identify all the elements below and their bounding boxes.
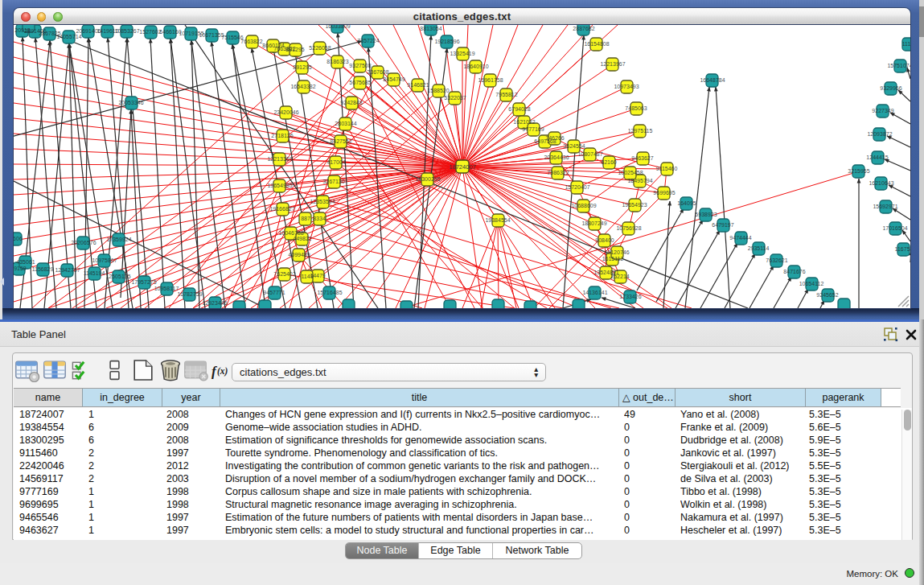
svg-text:16033809: 16033809 <box>325 25 350 29</box>
svg-text:1621022: 1621022 <box>513 119 535 125</box>
svg-text:10756928: 10756928 <box>616 225 641 231</box>
svg-text:746266: 746266 <box>545 135 564 141</box>
svg-text:1588520: 1588520 <box>427 88 449 93</box>
svg-text:908400: 908400 <box>595 237 614 243</box>
svg-text:9474444: 9474444 <box>729 235 751 241</box>
svg-text:12975115: 12975115 <box>628 128 653 134</box>
svg-text:2718126: 2718126 <box>271 133 293 138</box>
svg-text:5226058: 5226058 <box>309 45 331 51</box>
svg-text:16782759: 16782759 <box>177 291 202 297</box>
svg-text:8660124: 8660124 <box>262 43 284 48</box>
svg-text:10853267: 10853267 <box>114 28 139 34</box>
svg-text:891295: 891295 <box>293 64 311 70</box>
svg-text:19166827: 19166827 <box>269 206 294 212</box>
svg-text:10654112: 10654112 <box>799 281 824 286</box>
svg-text:9227349: 9227349 <box>872 108 893 113</box>
svg-text:9699695: 9699695 <box>653 190 675 196</box>
svg-text:10807487: 10807487 <box>577 151 602 157</box>
svg-text:7625402: 7625402 <box>273 271 295 277</box>
svg-text:3624554: 3624554 <box>563 143 585 149</box>
svg-text:10046788: 10046788 <box>278 230 303 236</box>
svg-text:7485063: 7485063 <box>625 105 647 111</box>
svg-text:23420046: 23420046 <box>273 109 298 115</box>
svg-text:8427552: 8427552 <box>330 138 351 144</box>
svg-text:62160: 62160 <box>601 159 617 165</box>
svg-text:5675685: 5675685 <box>349 80 371 85</box>
svg-text:10958117: 10958117 <box>154 286 179 291</box>
svg-text:20053346: 20053346 <box>118 100 143 105</box>
svg-text:8813054: 8813054 <box>420 26 441 31</box>
svg-text:164095: 164095 <box>677 200 696 206</box>
svg-text:19218596: 19218596 <box>434 39 459 44</box>
svg-text:9329966: 9329966 <box>880 85 901 91</box>
svg-text:9115460: 9115460 <box>656 166 678 171</box>
svg-text:12213369: 12213369 <box>267 156 292 162</box>
svg-text:16648784: 16648784 <box>700 77 725 83</box>
svg-text:2367608: 2367608 <box>367 69 388 75</box>
svg-text:435061: 435061 <box>16 259 35 265</box>
svg-text:16961758: 16961758 <box>478 77 503 83</box>
svg-text:39159: 39159 <box>14 266 27 271</box>
svg-text:8454749: 8454749 <box>383 76 405 82</box>
svg-text:17359924: 17359924 <box>106 237 131 242</box>
svg-text:7955812: 7955812 <box>495 92 517 97</box>
svg-text:18807249: 18807249 <box>581 220 606 226</box>
svg-text:1615112: 1615112 <box>602 256 624 262</box>
svg-text:9327508: 9327508 <box>349 63 371 68</box>
svg-text:1149: 1149 <box>301 274 313 279</box>
svg-text:6794028: 6794028 <box>508 106 530 112</box>
svg-text:(x): (x) <box>217 366 228 377</box>
svg-text:20206576: 20206576 <box>71 240 96 245</box>
svg-text:6479197: 6479197 <box>712 222 733 228</box>
svg-text:16154808: 16154808 <box>584 41 609 47</box>
svg-text:14136141: 14136141 <box>582 290 607 295</box>
svg-text:19654985: 19654985 <box>267 183 292 188</box>
svg-text:417004: 417004 <box>326 159 345 165</box>
svg-text:2606: 2606 <box>14 236 23 241</box>
svg-text:887: 887 <box>301 216 310 221</box>
svg-text:16543382: 16543382 <box>290 84 315 89</box>
svg-text:18724007: 18724007 <box>449 163 475 171</box>
svg-text:3215955: 3215955 <box>848 168 869 174</box>
svg-text:3267130: 3267130 <box>322 179 344 184</box>
svg-text:9777169: 9777169 <box>522 126 544 132</box>
svg-text:1145194: 1145194 <box>84 270 105 276</box>
svg-text:10025458: 10025458 <box>618 170 643 175</box>
svg-text:18495794: 18495794 <box>627 178 652 183</box>
svg-text:8186323: 8186323 <box>326 59 348 64</box>
svg-text:8334: 8334 <box>313 216 326 221</box>
svg-text:1527602: 1527602 <box>139 29 161 35</box>
svg-text:15692971: 15692971 <box>873 204 897 209</box>
svg-text:15751074: 15751074 <box>887 63 910 68</box>
svg-text:16210643: 16210643 <box>869 180 893 186</box>
svg-text:891295: 891295 <box>285 47 304 52</box>
svg-text:17957275: 17957275 <box>131 279 156 285</box>
svg-text:5938923: 5938923 <box>695 212 717 217</box>
svg-text:18640910: 18640910 <box>463 64 488 69</box>
svg-text:19654923: 19654923 <box>622 202 647 208</box>
svg-text:449822: 449822 <box>293 236 311 241</box>
svg-text:10671355: 10671355 <box>199 32 224 38</box>
svg-text:17016504: 17016504 <box>882 225 907 231</box>
svg-text:9242848: 9242848 <box>340 100 362 105</box>
svg-text:13325419: 13325419 <box>450 51 474 56</box>
svg-text:15716485: 15716485 <box>317 290 342 295</box>
svg-text:10688609: 10688609 <box>571 203 596 208</box>
svg-text:4099489: 4099489 <box>288 252 310 257</box>
svg-text:9457771: 9457771 <box>263 290 285 295</box>
svg-text:116753: 116753 <box>895 246 910 252</box>
svg-text:10973493: 10973493 <box>614 84 639 89</box>
svg-text:20364436: 20364436 <box>544 154 569 160</box>
svg-text:2803144: 2803144 <box>335 121 356 126</box>
svg-text:12093872: 12093872 <box>867 131 892 137</box>
svg-text:1733426: 1733426 <box>619 294 641 299</box>
svg-text:14055714: 14055714 <box>56 34 81 39</box>
svg-text:8471676: 8471676 <box>783 269 805 274</box>
svg-text:5322037: 5322037 <box>444 95 466 101</box>
svg-text:252214: 252214 <box>610 274 629 279</box>
svg-text:7632621: 7632621 <box>766 257 787 263</box>
svg-text:1156829: 1156829 <box>32 266 54 272</box>
svg-text:15720407: 15720407 <box>565 184 589 190</box>
svg-text:7357224: 7357224 <box>357 38 379 43</box>
svg-text:9463627: 9463627 <box>631 155 653 161</box>
